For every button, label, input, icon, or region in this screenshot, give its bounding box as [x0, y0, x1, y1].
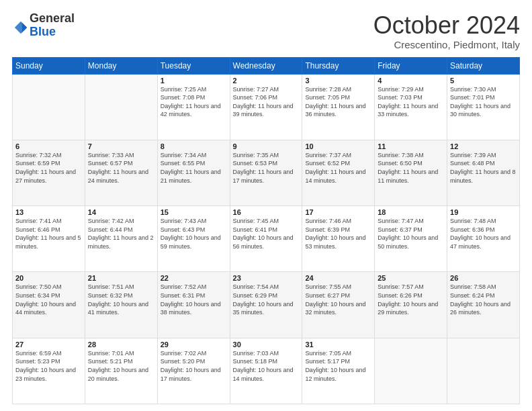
calendar-cell: 4Sunrise: 7:29 AM Sunset: 7:03 PM Daylig…: [375, 74, 447, 140]
calendar-cell: 22Sunrise: 7:52 AM Sunset: 6:31 PM Dayli…: [157, 272, 230, 338]
day-number: 26: [450, 274, 517, 282]
day-info: Sunrise: 7:54 AM Sunset: 6:29 PM Dayligh…: [233, 283, 300, 316]
day-info: Sunrise: 7:32 AM Sunset: 6:59 PM Dayligh…: [15, 151, 82, 185]
day-number: 7: [88, 142, 154, 150]
location: Crescentino, Piedmont, Italy: [373, 39, 520, 50]
day-number: 11: [378, 142, 444, 150]
calendar-cell: 11Sunrise: 7:38 AM Sunset: 6:50 PM Dayli…: [375, 140, 447, 205]
day-info: Sunrise: 7:02 AM Sunset: 5:20 PM Dayligh…: [161, 349, 227, 383]
day-number: 14: [88, 208, 154, 216]
day-info: Sunrise: 7:35 AM Sunset: 6:53 PM Dayligh…: [233, 151, 300, 185]
calendar-cell: 13Sunrise: 7:41 AM Sunset: 6:46 PM Dayli…: [13, 206, 85, 272]
day-info: Sunrise: 7:57 AM Sunset: 6:26 PM Dayligh…: [378, 283, 444, 316]
calendar-cell: 10Sunrise: 7:37 AM Sunset: 6:52 PM Dayli…: [302, 140, 375, 205]
title-block: October 2024 Crescentino, Piedmont, Ital…: [373, 12, 520, 50]
calendar-cell: 12Sunrise: 7:39 AM Sunset: 6:48 PM Dayli…: [447, 140, 520, 205]
calendar-cell: 15Sunrise: 7:43 AM Sunset: 6:43 PM Dayli…: [157, 206, 230, 272]
day-number: 25: [378, 274, 444, 282]
day-info: Sunrise: 7:46 AM Sunset: 6:39 PM Dayligh…: [305, 217, 371, 250]
day-number: 1: [161, 77, 227, 85]
calendar-cell: 9Sunrise: 7:35 AM Sunset: 6:53 PM Daylig…: [230, 140, 302, 205]
calendar-cell: 3Sunrise: 7:28 AM Sunset: 7:05 PM Daylig…: [302, 74, 375, 140]
day-info: Sunrise: 7:37 AM Sunset: 6:52 PM Dayligh…: [305, 151, 371, 185]
day-number: 3: [305, 77, 371, 85]
day-number: 23: [233, 274, 300, 282]
day-info: Sunrise: 7:38 AM Sunset: 6:50 PM Dayligh…: [378, 151, 444, 185]
calendar-cell: 27Sunrise: 6:59 AM Sunset: 5:23 PM Dayli…: [13, 338, 85, 404]
day-number: 10: [305, 142, 371, 150]
day-number: 9: [233, 142, 300, 150]
weekday-header-saturday: Saturday: [447, 57, 520, 74]
day-number: 21: [88, 274, 154, 282]
day-info: Sunrise: 7:25 AM Sunset: 7:08 PM Dayligh…: [161, 85, 227, 119]
weekday-header-tuesday: Tuesday: [157, 57, 230, 74]
day-number: 19: [450, 208, 517, 216]
day-number: 2: [233, 77, 300, 85]
calendar-cell: [375, 338, 447, 404]
day-info: Sunrise: 7:03 AM Sunset: 5:18 PM Dayligh…: [233, 349, 300, 383]
calendar-cell: [85, 74, 157, 140]
day-number: 20: [15, 274, 82, 282]
day-number: 5: [450, 77, 517, 85]
calendar-cell: 2Sunrise: 7:27 AM Sunset: 7:06 PM Daylig…: [230, 74, 302, 140]
calendar-cell: 29Sunrise: 7:02 AM Sunset: 5:20 PM Dayli…: [157, 338, 230, 404]
calendar-cell: 23Sunrise: 7:54 AM Sunset: 6:29 PM Dayli…: [230, 272, 302, 338]
day-number: 17: [305, 208, 371, 216]
calendar-cell: 14Sunrise: 7:42 AM Sunset: 6:44 PM Dayli…: [85, 206, 157, 272]
header: General Blue October 2024 Crescentino, P…: [12, 12, 520, 50]
calendar-cell: [447, 338, 520, 404]
calendar: SundayMondayTuesdayWednesdayThursdayFrid…: [12, 57, 520, 404]
day-info: Sunrise: 7:51 AM Sunset: 6:32 PM Dayligh…: [88, 283, 154, 316]
day-info: Sunrise: 7:48 AM Sunset: 6:36 PM Dayligh…: [450, 217, 517, 250]
calendar-cell: 17Sunrise: 7:46 AM Sunset: 6:39 PM Dayli…: [302, 206, 375, 272]
calendar-cell: 20Sunrise: 7:50 AM Sunset: 6:34 PM Dayli…: [13, 272, 85, 338]
day-number: 4: [378, 77, 444, 85]
day-info: Sunrise: 7:50 AM Sunset: 6:34 PM Dayligh…: [15, 283, 82, 316]
day-info: Sunrise: 6:59 AM Sunset: 5:23 PM Dayligh…: [15, 349, 82, 383]
day-info: Sunrise: 7:01 AM Sunset: 5:21 PM Dayligh…: [88, 349, 154, 383]
day-number: 24: [305, 274, 371, 282]
day-info: Sunrise: 7:33 AM Sunset: 6:57 PM Dayligh…: [88, 151, 154, 185]
day-number: 31: [305, 340, 371, 349]
day-info: Sunrise: 7:28 AM Sunset: 7:05 PM Dayligh…: [305, 85, 371, 119]
calendar-cell: 6Sunrise: 7:32 AM Sunset: 6:59 PM Daylig…: [13, 140, 85, 205]
day-number: 22: [161, 274, 227, 282]
calendar-cell: 28Sunrise: 7:01 AM Sunset: 5:21 PM Dayli…: [85, 338, 157, 404]
day-info: Sunrise: 7:43 AM Sunset: 6:43 PM Dayligh…: [161, 217, 227, 250]
day-info: Sunrise: 7:27 AM Sunset: 7:06 PM Dayligh…: [233, 85, 300, 119]
calendar-cell: 25Sunrise: 7:57 AM Sunset: 6:26 PM Dayli…: [375, 272, 447, 338]
calendar-cell: 31Sunrise: 7:05 AM Sunset: 5:17 PM Dayli…: [302, 338, 375, 404]
calendar-cell: 30Sunrise: 7:03 AM Sunset: 5:18 PM Dayli…: [230, 338, 302, 404]
day-info: Sunrise: 7:05 AM Sunset: 5:17 PM Dayligh…: [305, 349, 371, 383]
month-title: October 2024: [373, 12, 520, 39]
logo-blue: Blue: [30, 26, 75, 39]
day-number: 8: [161, 142, 227, 150]
day-info: Sunrise: 7:45 AM Sunset: 6:41 PM Dayligh…: [233, 217, 300, 250]
calendar-cell: 18Sunrise: 7:47 AM Sunset: 6:37 PM Dayli…: [375, 206, 447, 272]
day-info: Sunrise: 7:29 AM Sunset: 7:03 PM Dayligh…: [378, 85, 444, 119]
calendar-cell: 16Sunrise: 7:45 AM Sunset: 6:41 PM Dayli…: [230, 206, 302, 272]
day-info: Sunrise: 7:30 AM Sunset: 7:01 PM Dayligh…: [450, 85, 517, 119]
logo-general: General: [30, 12, 75, 26]
day-info: Sunrise: 7:42 AM Sunset: 6:44 PM Dayligh…: [88, 217, 154, 250]
calendar-cell: 8Sunrise: 7:34 AM Sunset: 6:55 PM Daylig…: [157, 140, 230, 205]
weekday-header-sunday: Sunday: [13, 57, 85, 74]
calendar-cell: 21Sunrise: 7:51 AM Sunset: 6:32 PM Dayli…: [85, 272, 157, 338]
day-info: Sunrise: 7:52 AM Sunset: 6:31 PM Dayligh…: [161, 283, 227, 316]
calendar-cell: 19Sunrise: 7:48 AM Sunset: 6:36 PM Dayli…: [447, 206, 520, 272]
day-number: 6: [15, 142, 82, 150]
day-number: 15: [161, 208, 227, 216]
logo-icon: [13, 20, 28, 35]
logo: General Blue: [12, 12, 75, 39]
calendar-cell: 26Sunrise: 7:58 AM Sunset: 6:24 PM Dayli…: [447, 272, 520, 338]
calendar-cell: 24Sunrise: 7:55 AM Sunset: 6:27 PM Dayli…: [302, 272, 375, 338]
day-number: 12: [450, 142, 517, 150]
day-number: 16: [233, 208, 300, 216]
day-number: 29: [161, 340, 227, 349]
calendar-cell: 7Sunrise: 7:33 AM Sunset: 6:57 PM Daylig…: [85, 140, 157, 205]
day-number: 28: [88, 340, 154, 349]
weekday-header-friday: Friday: [375, 57, 447, 74]
day-number: 13: [15, 208, 82, 216]
weekday-header-wednesday: Wednesday: [230, 57, 302, 74]
day-info: Sunrise: 7:34 AM Sunset: 6:55 PM Dayligh…: [161, 151, 227, 185]
